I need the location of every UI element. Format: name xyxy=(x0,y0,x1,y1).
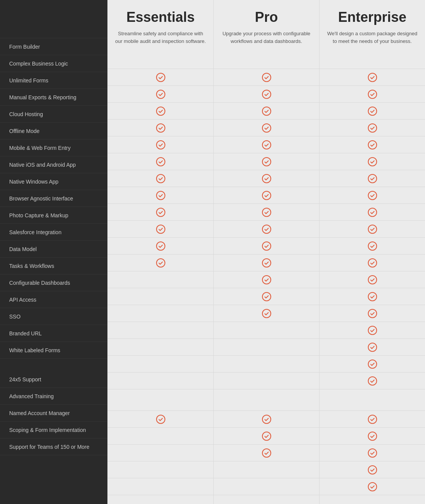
service-cell xyxy=(320,478,425,495)
feature-cell xyxy=(108,254,213,271)
check-icon xyxy=(262,140,272,150)
svg-point-47 xyxy=(368,343,377,351)
svg-point-19 xyxy=(262,174,271,183)
check-icon xyxy=(262,224,272,234)
check-icon xyxy=(367,482,377,492)
svg-point-35 xyxy=(368,141,377,149)
svg-point-33 xyxy=(368,107,377,115)
feature-cell xyxy=(320,339,425,356)
check-icon xyxy=(262,431,272,441)
feature-cell xyxy=(108,305,213,322)
svg-point-41 xyxy=(368,242,377,250)
svg-point-36 xyxy=(368,158,377,166)
check-icon xyxy=(262,258,272,268)
sidebar-feature-item: Native iOS and Android App xyxy=(0,156,107,173)
check-icon xyxy=(156,157,166,167)
col-header: ProUpgrade your process with configurabl… xyxy=(214,0,319,69)
feature-cell xyxy=(108,204,213,221)
check-icon xyxy=(156,224,166,234)
svg-point-9 xyxy=(156,225,165,233)
svg-point-11 xyxy=(156,259,165,267)
svg-point-52 xyxy=(368,449,377,457)
check-icon xyxy=(262,190,272,200)
feature-cell xyxy=(214,254,319,271)
check-icon xyxy=(367,224,377,234)
sidebar-feature-item: Salesforce Integration xyxy=(0,224,107,241)
sidebar-feature-item: API Access xyxy=(0,291,107,308)
check-icon xyxy=(367,140,377,150)
sidebar-feature-item: Photo Capture & Markup xyxy=(0,207,107,224)
svg-point-12 xyxy=(156,415,165,424)
sidebar-feature-item: Offline Mode xyxy=(0,123,107,140)
svg-point-8 xyxy=(156,208,165,217)
svg-point-25 xyxy=(262,276,271,284)
check-icon xyxy=(367,207,377,217)
svg-point-20 xyxy=(262,191,271,200)
feature-cell xyxy=(108,339,213,356)
svg-point-45 xyxy=(368,309,377,318)
check-icon xyxy=(262,72,272,82)
feature-cell xyxy=(214,288,319,305)
check-icon xyxy=(367,325,377,335)
check-icon xyxy=(262,414,272,424)
svg-point-22 xyxy=(262,225,271,233)
svg-point-40 xyxy=(368,225,377,233)
svg-point-17 xyxy=(262,141,271,149)
sidebar-title xyxy=(0,0,107,21)
service-cell xyxy=(214,461,319,478)
services-section-header xyxy=(0,360,107,371)
check-icon xyxy=(367,106,377,116)
sidebar-services: 24x5 SupportAdvanced TrainingNamed Accou… xyxy=(0,371,107,455)
feature-cell xyxy=(214,120,319,136)
sidebar-feature-item: Cloud Hosting xyxy=(0,106,107,123)
svg-point-24 xyxy=(262,259,271,267)
col-header: EssentialsStreamline safety and complian… xyxy=(108,0,213,69)
col-pro: ProUpgrade your process with configurabl… xyxy=(213,0,319,504)
check-icon xyxy=(156,258,166,268)
svg-point-18 xyxy=(262,158,271,166)
feature-cell xyxy=(214,204,319,221)
feature-cell xyxy=(108,221,213,238)
svg-point-4 xyxy=(156,141,165,149)
feature-cell xyxy=(320,153,425,170)
sidebar-feature-item: Manual Exports & Reporting xyxy=(0,89,107,106)
check-icon xyxy=(367,342,377,352)
sidebar-service-item: Named Account Manager xyxy=(0,405,107,422)
sidebar-feature-item: Form Builder xyxy=(0,38,107,55)
feature-cell xyxy=(320,69,425,86)
svg-point-43 xyxy=(368,276,377,284)
check-icon xyxy=(367,157,377,167)
feature-cell xyxy=(214,103,319,120)
col-description: Upgrade your process with configurable w… xyxy=(220,30,313,45)
services-gap xyxy=(108,389,213,411)
feature-cell xyxy=(214,136,319,153)
check-icon xyxy=(367,190,377,200)
svg-point-29 xyxy=(262,432,271,440)
sidebar-feature-item: SSO xyxy=(0,308,107,325)
svg-point-49 xyxy=(368,377,377,385)
check-icon xyxy=(156,106,166,116)
feature-cell xyxy=(320,221,425,238)
svg-point-5 xyxy=(156,158,165,166)
feature-cell xyxy=(214,305,319,322)
feature-cell xyxy=(108,136,213,153)
service-cell xyxy=(108,428,213,445)
sidebar-service-item: Advanced Training xyxy=(0,388,107,405)
check-icon xyxy=(367,89,377,99)
svg-point-10 xyxy=(156,242,165,250)
check-icon xyxy=(262,89,272,99)
feature-cell xyxy=(214,170,319,187)
feature-cell xyxy=(214,271,319,288)
service-cell xyxy=(108,461,213,478)
feature-cell xyxy=(108,103,213,120)
svg-point-44 xyxy=(368,292,377,301)
sidebar-feature-item: Tasks & Workflows xyxy=(0,258,107,274)
svg-point-37 xyxy=(368,174,377,183)
sidebar-feature-item: Configurable Dashboards xyxy=(0,274,107,291)
check-icon xyxy=(262,106,272,116)
check-icon xyxy=(367,414,377,424)
check-icon xyxy=(367,72,377,82)
svg-point-30 xyxy=(262,449,271,457)
service-cell xyxy=(214,428,319,445)
service-cell xyxy=(214,445,319,461)
